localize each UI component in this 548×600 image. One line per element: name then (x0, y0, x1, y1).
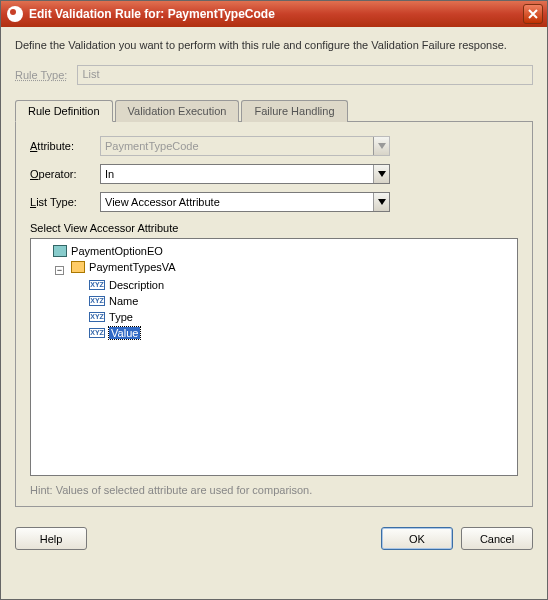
close-icon (528, 9, 538, 19)
chevron-down-icon[interactable] (373, 193, 389, 211)
list-type-value: View Accessor Attribute (105, 196, 220, 208)
rule-type-combo: List (77, 65, 533, 85)
tree-node-label: Description (109, 279, 164, 291)
tree-node-label: Name (109, 295, 138, 307)
tree-collapse-toggle[interactable]: − (55, 266, 64, 275)
operator-value: In (105, 168, 114, 180)
view-accessor-icon (71, 261, 85, 273)
accessor-tree[interactable]: PaymentOptionEO − PaymentTypesVA (30, 238, 518, 476)
dialog-description: Define the Validation you want to perfor… (15, 39, 533, 51)
attribute-combo: PaymentTypeCode (100, 136, 390, 156)
attribute-label: Attribute: (30, 140, 100, 152)
tree-node-attr[interactable]: XYZ Type (89, 311, 133, 323)
close-button[interactable] (523, 4, 543, 24)
cancel-button[interactable]: Cancel (461, 527, 533, 550)
window-title: Edit Validation Rule for: PaymentTypeCod… (29, 7, 275, 21)
rule-type-value: List (82, 68, 99, 80)
tree-node-label: PaymentTypesVA (89, 261, 176, 273)
chevron-down-icon (373, 137, 389, 155)
rule-type-label: Rule Type: (15, 69, 67, 81)
attribute-icon: XYZ (89, 296, 105, 306)
attribute-icon: XYZ (89, 312, 105, 322)
select-section-label: Select View Accessor Attribute (30, 222, 518, 234)
tree-node-va[interactable]: PaymentTypesVA (71, 261, 176, 273)
help-button[interactable]: Help (15, 527, 87, 550)
tree-node-label: Type (109, 311, 133, 323)
tab-validation-execution[interactable]: Validation Execution (115, 100, 240, 122)
attribute-value: PaymentTypeCode (105, 140, 199, 152)
entity-object-icon (53, 245, 67, 257)
tab-panel-definition: Attribute: PaymentTypeCode Operator: In … (15, 122, 533, 507)
tree-node-attr[interactable]: XYZ Value (89, 327, 140, 339)
hint-text: Hint: Values of selected attribute are u… (30, 484, 518, 496)
tree-node-label-selected: Value (109, 327, 140, 339)
tab-rule-definition[interactable]: Rule Definition (15, 100, 113, 122)
list-type-combo[interactable]: View Accessor Attribute (100, 192, 390, 212)
dialog-footer: Help OK Cancel (1, 517, 547, 550)
chevron-down-icon[interactable] (373, 165, 389, 183)
attribute-icon: XYZ (89, 280, 105, 290)
operator-label: Operator: (30, 168, 100, 180)
tree-node-attr[interactable]: XYZ Description (89, 279, 164, 291)
ok-button[interactable]: OK (381, 527, 453, 550)
operator-combo[interactable]: In (100, 164, 390, 184)
tab-bar: Rule Definition Validation Execution Fai… (15, 99, 533, 122)
tree-node-eo[interactable]: PaymentOptionEO (53, 245, 163, 257)
tab-failure-handling[interactable]: Failure Handling (241, 100, 347, 122)
attribute-icon: XYZ (89, 328, 105, 338)
app-icon (7, 6, 23, 22)
titlebar[interactable]: Edit Validation Rule for: PaymentTypeCod… (1, 1, 547, 27)
tree-node-label: PaymentOptionEO (71, 245, 163, 257)
tree-node-attr[interactable]: XYZ Name (89, 295, 138, 307)
list-type-label: List Type: (30, 196, 100, 208)
